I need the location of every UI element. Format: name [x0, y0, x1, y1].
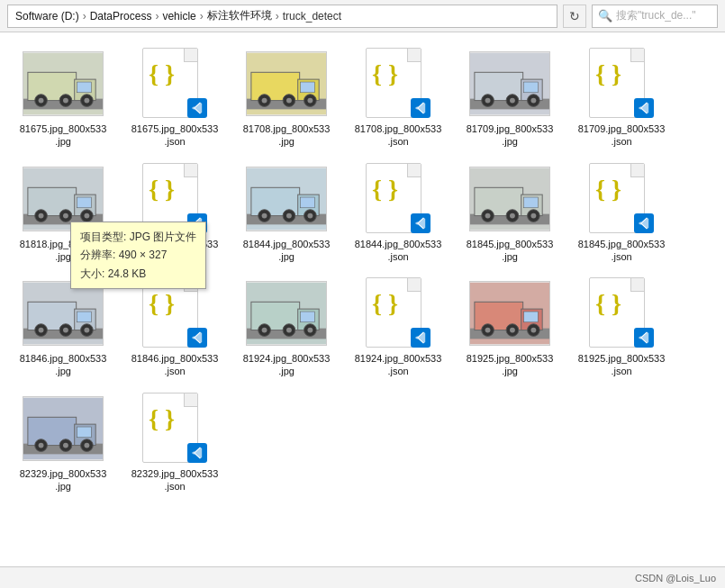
thumbnail-f5	[469, 51, 550, 116]
file-icon-f20: { }	[134, 393, 215, 465]
vscode-badge	[187, 328, 207, 348]
vscode-badge	[411, 98, 430, 118]
svg-rect-26	[524, 82, 539, 93]
file-label-f18: 81925.jpg_800x533.json	[578, 352, 666, 378]
file-label-f6: 81709.jpg_800x533.json	[578, 122, 666, 149]
file-item-f2[interactable]: { } 81675.jpg_800x533.json	[121, 41, 229, 153]
search-icon: 🔍	[598, 9, 612, 23]
svg-point-28	[485, 98, 491, 104]
file-item-f5[interactable]: 81709.jpg_800x533.jpg	[456, 41, 564, 153]
svg-point-109	[84, 442, 89, 448]
watermark: CSDN @Lois_Luo	[635, 573, 716, 583]
vscode-badge	[634, 213, 654, 233]
file-icon-f2: { }	[134, 48, 215, 120]
svg-rect-92	[524, 312, 539, 322]
file-tooltip: 项目类型: JPG 图片文件 分辨率: 490 × 327 大小: 24.8 K…	[70, 222, 206, 289]
file-item-f18[interactable]: { } 81925.jpg_800x533.json	[567, 271, 675, 383]
svg-point-32	[530, 98, 536, 104]
file-item-f9[interactable]: 81844.jpg_800x533.jpg	[232, 157, 340, 268]
thumbnail-f3	[246, 51, 327, 116]
breadcrumb-vehicle[interactable]: vehicle	[162, 10, 195, 23]
tooltip-resolution: 分辨率: 490 × 327	[80, 246, 196, 264]
svg-rect-37	[77, 197, 92, 208]
breadcrumb-software[interactable]: Software (D:)	[15, 10, 79, 23]
file-item-f17[interactable]: 81925.jpg_800x533.jpg	[456, 271, 564, 383]
svg-point-63	[510, 213, 515, 218]
thumbnail-f15	[246, 281, 327, 346]
file-item-f6[interactable]: { } 81709.jpg_800x533.json	[567, 41, 675, 153]
svg-point-83	[262, 328, 267, 333]
thumbnail-f11	[469, 167, 550, 231]
file-label-f16: 81924.jpg_800x533.json	[355, 352, 442, 378]
thumbnail-f9	[246, 167, 327, 231]
file-item-f15[interactable]: 81924.jpg_800x533.jpg	[232, 271, 340, 383]
file-item-f20[interactable]: { } 82329.jpg_800x533.json	[121, 386, 229, 498]
refresh-button[interactable]: ↻	[563, 5, 586, 28]
file-item-f4[interactable]: { } 81708.jpg_800x533.json	[344, 41, 452, 153]
svg-point-10	[84, 98, 89, 104]
thumbnail-f19	[23, 396, 104, 461]
breadcrumb-dataprocess[interactable]: DataProcess	[90, 10, 152, 23]
svg-point-98	[530, 328, 536, 333]
file-label-f13: 81846.jpg_800x533.jpg	[20, 352, 107, 378]
file-item-f3[interactable]: 81708.jpg_800x533.jpg	[232, 41, 340, 153]
file-item-f19[interactable]: 82329.jpg_800x533.jpg	[9, 386, 117, 498]
svg-rect-81	[301, 312, 315, 322]
file-icon-f19	[23, 393, 104, 465]
tooltip-type: 项目类型: JPG 图片文件	[80, 228, 196, 246]
breadcrumb-label-env[interactable]: 标注软件环境	[207, 8, 272, 23]
thumbnail-f13	[23, 281, 104, 346]
vscode-badge	[187, 443, 207, 463]
svg-rect-70	[77, 312, 92, 322]
svg-rect-4	[77, 82, 92, 93]
file-label-f17: 81925.jpg_800x533.jpg	[467, 352, 554, 378]
file-label-f10: 81844.jpg_800x533.json	[355, 238, 442, 264]
file-label-f2: 81675.jpg_800x533.json	[131, 122, 219, 149]
file-item-f12[interactable]: { } 81845.jpg_800x533.json	[567, 157, 675, 268]
svg-point-6	[39, 98, 44, 104]
svg-rect-15	[301, 82, 315, 93]
svg-point-8	[63, 98, 68, 104]
file-item-f10[interactable]: { } 81844.jpg_800x533.json	[344, 157, 452, 268]
tooltip-size: 大小: 24.8 KB	[80, 265, 196, 283]
file-label-f15: 81924.jpg_800x533.jpg	[243, 352, 331, 378]
file-icon-f15	[246, 277, 327, 349]
file-icon-f1	[23, 48, 104, 120]
file-icon-f5	[469, 48, 550, 120]
file-label-f4: 81708.jpg_800x533.json	[355, 122, 442, 149]
svg-point-19	[286, 98, 292, 104]
title-bar: Software (D:) › DataProcess › vehicle › …	[0, 0, 725, 32]
svg-rect-103	[77, 427, 92, 438]
file-label-f12: 81845.jpg_800x533.json	[578, 238, 666, 264]
svg-point-39	[39, 213, 44, 218]
file-label-f20: 82329.jpg_800x533.json	[131, 467, 219, 493]
file-item-f1[interactable]: 81675.jpg_800x533.jpg	[9, 41, 117, 153]
file-icon-f6: { }	[581, 48, 662, 120]
content-area: 81675.jpg_800x533.jpg { } 81675.jpg_800x…	[0, 32, 725, 566]
file-label-f11: 81845.jpg_800x533.jpg	[467, 238, 554, 264]
svg-point-21	[307, 98, 313, 104]
svg-point-85	[286, 328, 292, 333]
svg-point-43	[84, 213, 89, 218]
svg-rect-48	[301, 197, 315, 208]
file-icon-f11	[469, 163, 550, 235]
svg-point-107	[63, 442, 68, 448]
file-item-f11[interactable]: 81845.jpg_800x533.jpg	[456, 157, 564, 268]
svg-point-76	[84, 328, 89, 333]
svg-rect-59	[524, 197, 539, 208]
svg-point-96	[510, 328, 515, 333]
search-area[interactable]: 🔍 搜索"truck_de..."	[592, 5, 718, 28]
file-icon-f18: { }	[581, 277, 662, 349]
svg-point-87	[307, 328, 313, 333]
file-icon-f16: { }	[358, 277, 439, 349]
svg-point-54	[307, 213, 313, 218]
file-icon-f9	[246, 163, 327, 235]
thumbnail-f1	[23, 51, 104, 116]
file-item-f16[interactable]: { } 81924.jpg_800x533.json	[344, 271, 452, 383]
thumbnail-f17	[469, 281, 550, 346]
svg-point-65	[530, 213, 536, 218]
breadcrumb-area[interactable]: Software (D:) › DataProcess › vehicle › …	[7, 5, 557, 28]
file-icon-f12: { }	[581, 163, 662, 235]
file-label-f9: 81844.jpg_800x533.jpg	[243, 238, 331, 264]
vscode-badge	[411, 328, 430, 348]
